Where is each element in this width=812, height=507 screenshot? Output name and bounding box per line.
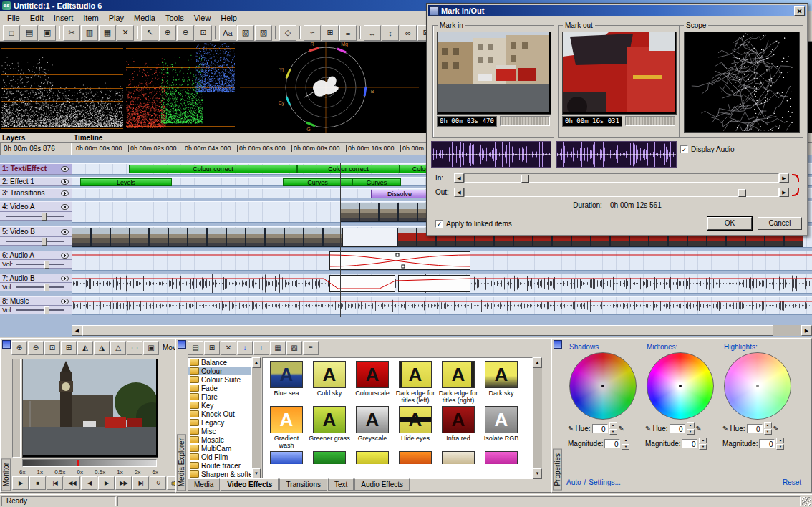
spin-up-icon[interactable]: ▲: [609, 422, 617, 428]
magnitude-input[interactable]: 0: [759, 439, 775, 448]
video-b-transition-region[interactable]: [342, 228, 397, 247]
layer-row-transitions[interactable]: 3: Transitions: [0, 188, 72, 198]
mixer-button[interactable]: ≡: [339, 25, 357, 41]
menu-tools[interactable]: Tools: [160, 13, 189, 23]
visibility-icon[interactable]: [61, 204, 69, 210]
slider-knob[interactable]: [44, 284, 49, 291]
visibility-icon[interactable]: [61, 166, 69, 172]
paste-button[interactable]: ▦: [99, 25, 116, 41]
zoom-in-icon[interactable]: ⊕: [11, 341, 27, 355]
seek-position-marker[interactable]: [77, 460, 79, 466]
clip-dissolve[interactable]: Dissolve: [371, 190, 428, 198]
zoom-out-icon[interactable]: ⊖: [28, 341, 44, 355]
spin-up-icon[interactable]: ▲: [776, 438, 784, 443]
monitor-panel-tab[interactable]: Monitor: [1, 458, 11, 491]
menu-play[interactable]: Play: [104, 13, 129, 23]
effect-item[interactable]: ABlue sea: [266, 361, 307, 404]
audio-a-volume-slider[interactable]: Vol:: [0, 260, 72, 269]
effect-item[interactable]: ADark edge for titles (left): [395, 361, 436, 404]
eyedropper-icon[interactable]: ✎: [773, 425, 779, 433]
playhead[interactable]: [340, 163, 341, 317]
spin-up-icon[interactable]: ▲: [764, 422, 772, 428]
effect-item[interactable]: AColourscale: [352, 361, 393, 404]
folder-item[interactable]: Knock Out: [188, 410, 251, 418]
slider-knob[interactable]: [42, 213, 47, 221]
music-volume-slider[interactable]: Vol:: [0, 306, 72, 314]
effect-item[interactable]: AIsolate RGB: [480, 406, 522, 449]
slider-knob[interactable]: [44, 261, 49, 269]
menu-help[interactable]: Help: [216, 13, 242, 23]
folder-item[interactable]: Sharpen & soften: [188, 470, 251, 478]
folder-item[interactable]: Key: [188, 401, 251, 410]
out-slider-thumb[interactable]: [738, 189, 746, 197]
out-slider-track[interactable]: [464, 188, 779, 197]
envelope-handle[interactable]: [396, 254, 399, 256]
fit-window-icon[interactable]: ⊞: [61, 341, 77, 355]
scroll-right-icon[interactable]: ▶: [801, 325, 812, 336]
overlay-icon[interactable]: △: [110, 341, 126, 355]
layer-row-audio-b[interactable]: 7: Audio B: [0, 274, 72, 283]
folder-item[interactable]: Misc: [188, 427, 251, 435]
effect-item-partial[interactable]: [395, 451, 436, 464]
out-increment-icon[interactable]: ▶: [779, 188, 789, 197]
effect-item-partial[interactable]: [480, 451, 522, 464]
hue-spinner[interactable]: ▲▼: [764, 422, 772, 435]
tab-transitions[interactable]: Transitions: [279, 478, 327, 491]
wheel-center-dot[interactable]: [601, 385, 604, 387]
effect-item[interactable]: AGreener grass: [309, 406, 350, 449]
eyedropper-icon[interactable]: ✎: [619, 425, 624, 433]
clip-curves-1[interactable]: Curves: [283, 178, 352, 186]
menu-file[interactable]: File: [2, 13, 25, 23]
menu-item[interactable]: Item: [78, 13, 103, 23]
video-b-opacity-slider[interactable]: [0, 237, 72, 246]
effect-item-partial[interactable]: [266, 451, 307, 464]
link-items-button[interactable]: ∞: [400, 25, 417, 41]
compare-right-icon[interactable]: ◮: [94, 341, 110, 355]
envelope-tool-button[interactable]: ≈: [304, 25, 321, 41]
media-explorer-panel-tab[interactable]: Media Explorer: [177, 434, 186, 491]
apply-linked-checkbox[interactable]: ✓: [435, 220, 443, 228]
folder-item[interactable]: Route tracer: [188, 461, 251, 470]
panel-dock-icon[interactable]: [2, 340, 11, 349]
settings-link[interactable]: Settings...: [589, 478, 620, 486]
clip-colour-correct-2[interactable]: Colour correct: [297, 165, 400, 173]
envelope-handle[interactable]: [402, 265, 405, 268]
visibility-icon[interactable]: [61, 179, 69, 185]
folder-item[interactable]: Colour Suite: [188, 375, 251, 384]
stop-button[interactable]: ■: [29, 476, 46, 490]
details-view-icon[interactable]: ≡: [303, 341, 319, 355]
audio-a-crossfade-box[interactable]: [329, 251, 470, 270]
monitor-side-strip[interactable]: [12, 359, 21, 458]
scroll-up-icon[interactable]: ▲: [252, 357, 261, 368]
zoom-100-icon[interactable]: ⊡: [44, 341, 60, 355]
effect-item[interactable]: ADark sky: [480, 361, 522, 404]
audio-b-volume-slider[interactable]: Vol:: [0, 283, 72, 291]
zoom-out-button[interactable]: ⊖: [177, 25, 194, 41]
effects-grid-scrollbar[interactable]: ▲ ▼: [533, 357, 542, 479]
close-icon[interactable]: ✕: [794, 6, 805, 16]
menu-insert[interactable]: Insert: [49, 13, 79, 23]
panel-dock-icon[interactable]: [554, 340, 562, 349]
effect-item[interactable]: ACold sky: [309, 361, 350, 404]
go-end-button[interactable]: ▶|: [132, 476, 149, 490]
in-slider-track[interactable]: [464, 173, 779, 183]
effect-item[interactable]: AHide eyes: [395, 406, 436, 449]
spin-down-icon[interactable]: ▼: [609, 429, 617, 435]
delete-icon[interactable]: ✕: [221, 341, 236, 355]
visibility-icon[interactable]: [61, 229, 69, 235]
properties-panel-tab[interactable]: Properties: [553, 449, 562, 491]
open-button[interactable]: ▤: [21, 25, 38, 41]
wheel-center-dot[interactable]: [756, 385, 759, 387]
magnitude-spinner[interactable]: ▲▼: [699, 438, 707, 450]
tree-scrollbar[interactable]: ▲ ▼: [252, 357, 261, 479]
tab-text[interactable]: Text: [328, 478, 354, 491]
music-envelope[interactable]: [72, 297, 812, 316]
eyedropper-icon[interactable]: ✎: [645, 425, 651, 433]
spin-down-icon[interactable]: ▼: [764, 429, 772, 435]
magnitude-spinner[interactable]: ▲▼: [776, 438, 784, 450]
magnitude-spinner[interactable]: ▲▼: [622, 438, 629, 450]
layer-row-video-b[interactable]: 5: Video B: [0, 226, 72, 237]
audio-b-envelope[interactable]: [72, 274, 812, 294]
folder-item[interactable]: Legacy: [188, 418, 251, 427]
highlights-color-wheel[interactable]: [724, 352, 791, 420]
